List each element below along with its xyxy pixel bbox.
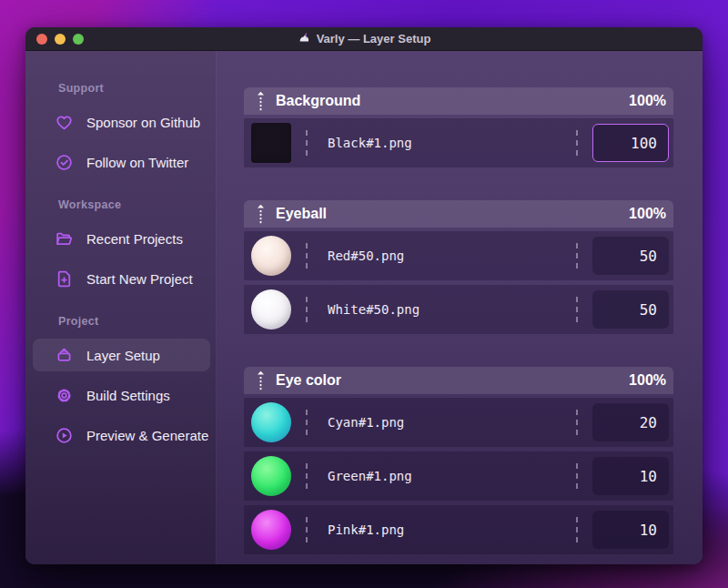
layer-thumbnail [251, 402, 291, 442]
divider-dashed [306, 463, 308, 489]
sidebar-item-recent-projects[interactable]: Recent Projects [33, 222, 210, 255]
layer-thumbnail [251, 123, 291, 163]
layer-thumbnail [251, 456, 291, 496]
section-label-workspace: Workspace [33, 198, 210, 211]
layer-row[interactable]: Black#1.png [244, 118, 673, 167]
layer-weight-input[interactable] [592, 237, 669, 275]
sidebar-item-label: Recent Projects [86, 231, 183, 247]
layer-group-eye-color: Eye color 100% Cyan#1.png Green#1.png [244, 367, 673, 554]
drag-handle-icon[interactable] [257, 204, 265, 224]
divider-dashed [306, 130, 308, 156]
heart-icon [55, 113, 74, 132]
unicorn-icon [298, 32, 311, 46]
divider-dashed [306, 410, 308, 435]
group-percent: 100% [629, 93, 666, 109]
sidebar-item-layer-setup[interactable]: Layer Setup [33, 339, 210, 371]
play-circle-icon [55, 426, 74, 445]
divider-dashed [576, 463, 578, 489]
divider-dashed [576, 130, 578, 156]
minimize-button[interactable] [55, 34, 66, 45]
sidebar-item-label: Follow on Twitter [86, 155, 188, 170]
layer-filename: White#50.png [328, 302, 561, 317]
layer-weight-input[interactable] [592, 403, 669, 441]
sidebar-item-start-new-project[interactable]: Start New Project [33, 262, 210, 295]
sidebar-item-label: Preview & Generate [86, 428, 208, 443]
group-header[interactable]: Eye color 100% [244, 367, 673, 394]
divider-dashed [576, 517, 578, 542]
drag-handle-icon[interactable] [257, 91, 265, 111]
layer-filename: Black#1.png [328, 136, 561, 150]
layer-filename: Pink#1.png [328, 522, 561, 537]
sidebar-item-label: Start New Project [86, 271, 193, 287]
file-plus-icon [55, 269, 74, 289]
sidebar-section-project: Project Layer Setup Build Settings [33, 315, 210, 451]
layer-weight-input[interactable] [592, 290, 669, 329]
sidebar-item-follow-on-twitter[interactable]: Follow on Twitter [33, 146, 210, 178]
layer-thumbnail [251, 236, 291, 276]
drag-handle-icon[interactable] [257, 370, 265, 390]
layer-setup-panel: Background 100% Black#1.png [217, 51, 703, 564]
group-title: Background [276, 93, 360, 109]
layer-weight-input[interactable] [592, 457, 669, 495]
layer-filename: Cyan#1.png [328, 415, 561, 430]
layer-row[interactable]: White#50.png [244, 285, 673, 334]
section-label-project: Project [33, 315, 210, 328]
layer-filename: Green#1.png [328, 469, 561, 483]
close-button[interactable] [36, 34, 47, 45]
layer-row[interactable]: Green#1.png [244, 451, 673, 501]
sidebar-item-sponsor-on-github[interactable]: Sponsor on Github [33, 106, 210, 138]
layer-thumbnail [251, 289, 291, 329]
layers-basket-icon [55, 346, 74, 365]
sidebar-section-workspace: Workspace Recent Projects Start New Proj… [33, 198, 210, 295]
sidebar-section-support: Support Sponsor on Github Follow on Twit… [33, 82, 210, 178]
layer-weight-input[interactable] [592, 511, 669, 549]
layer-group-eyeball: Eyeball 100% Red#50.png White#50.png [244, 200, 673, 334]
group-header[interactable]: Background 100% [244, 87, 673, 115]
group-percent: 100% [629, 206, 666, 222]
divider-dashed [306, 243, 308, 269]
window-title-text: Varly — Layer Setup [317, 32, 431, 46]
divider-dashed [576, 243, 578, 269]
zoom-button[interactable] [73, 34, 84, 45]
layer-thumbnail [251, 510, 291, 550]
badge-check-icon [55, 153, 74, 172]
section-label-support: Support [33, 82, 210, 95]
window-body: Support Sponsor on Github Follow on Twit… [25, 51, 703, 564]
sidebar: Support Sponsor on Github Follow on Twit… [25, 51, 217, 564]
divider-dashed [306, 517, 308, 542]
group-percent: 100% [629, 372, 666, 389]
layer-weight-input[interactable] [592, 124, 669, 162]
traffic-lights [36, 27, 84, 50]
layer-group-background: Background 100% Black#1.png [244, 87, 673, 167]
window-title: Varly — Layer Setup [298, 32, 431, 46]
divider-dashed [306, 297, 308, 322]
group-header[interactable]: Eyeball 100% [244, 200, 673, 228]
sidebar-item-label: Layer Setup [86, 348, 160, 363]
folder-open-icon [55, 229, 74, 248]
sidebar-item-build-settings[interactable]: Build Settings [33, 379, 210, 411]
group-title: Eye color [276, 372, 341, 389]
divider-dashed [576, 410, 578, 435]
gear-icon [55, 386, 74, 405]
divider-dashed [576, 297, 578, 322]
layer-row[interactable]: Pink#1.png [244, 505, 673, 554]
titlebar[interactable]: Varly — Layer Setup [25, 27, 703, 51]
layer-row[interactable]: Red#50.png [244, 231, 673, 280]
group-title: Eyeball [276, 206, 327, 222]
sidebar-item-preview-generate[interactable]: Preview & Generate [33, 419, 210, 451]
sidebar-item-label: Sponsor on Github [86, 115, 200, 130]
app-window: Varly — Layer Setup Support Sponsor on G… [25, 27, 703, 564]
layer-filename: Red#50.png [328, 248, 561, 263]
layer-row[interactable]: Cyan#1.png [244, 398, 673, 447]
sidebar-item-label: Build Settings [86, 388, 170, 403]
